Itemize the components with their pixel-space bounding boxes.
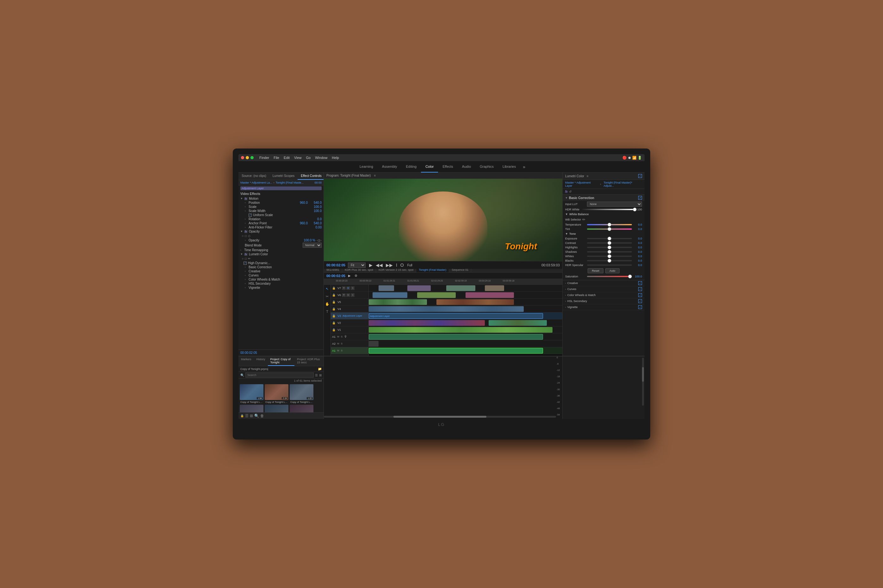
anti-flicker-value[interactable]: 0.00	[309, 226, 322, 229]
position-y[interactable]: 540.0	[309, 201, 322, 204]
razor-tool[interactable]: ✂	[325, 294, 330, 299]
eyedropper-icon[interactable]: ✏	[582, 218, 585, 222]
timeline-tracks[interactable]: Adjustment Layer	[369, 285, 562, 356]
timeline-ruler[interactable]: 00:00:29:23 00:00:59:22 01:01:29:21 01:0…	[324, 279, 562, 285]
wheels-section-check[interactable]: ✓	[638, 293, 642, 297]
rotation-row[interactable]: › Rotation 0.0	[238, 217, 323, 221]
thumb-item-1[interactable]: 1:04 Copy of Tonight Linked...	[240, 384, 263, 404]
creative-section-check[interactable]: ✓	[638, 281, 642, 285]
menu-view[interactable]: View	[294, 156, 302, 159]
clip-v2-1[interactable]	[369, 320, 485, 326]
clip-v6-2[interactable]	[417, 292, 456, 298]
opacity-value-row[interactable]: › Opacity 100.0 % ◁▷	[238, 238, 323, 242]
opacity-value[interactable]: 100.0 %	[303, 238, 315, 242]
program-close-icon[interactable]: ≡	[374, 174, 376, 177]
delete-btn[interactable]: 🗑	[260, 414, 264, 418]
opacity-section-row[interactable]: ▼ fx Opacity	[238, 230, 323, 234]
input-lut-select[interactable]: None	[587, 202, 642, 207]
uniform-scale-checkbox[interactable]: ✓	[248, 214, 252, 217]
timeline-scrollbar-thumb[interactable]	[393, 416, 486, 418]
basic-correction-sub-row[interactable]: › Basic Correction	[238, 265, 323, 269]
creative-row[interactable]: › Creative	[238, 269, 323, 273]
scale-row[interactable]: › Scale 100.0	[238, 205, 323, 209]
master-layer-selector[interactable]: Master * Adjustment Layer	[565, 181, 598, 188]
menu-go[interactable]: Go	[306, 156, 311, 159]
grid-view-icon[interactable]: ⊞	[319, 374, 322, 377]
rotation-value[interactable]: 0.0	[309, 218, 322, 221]
lumetri-menu-icon[interactable]: ≡	[587, 174, 588, 178]
wheels-expand[interactable]: ›	[245, 278, 247, 281]
contrast-slider[interactable]	[587, 242, 632, 244]
a3-M-icon[interactable]: M	[337, 349, 339, 352]
clip-v7-2[interactable]	[407, 285, 430, 291]
scale-width-value[interactable]: 100.0	[309, 209, 322, 213]
motion-expand[interactable]: ▼	[241, 197, 243, 200]
position-row[interactable]: › Position 960.0 540.0	[238, 201, 323, 205]
auto-button[interactable]: Auto	[605, 268, 620, 273]
tab-markers[interactable]: Markers	[238, 356, 254, 366]
next-frame-button[interactable]: ▶▶	[385, 262, 394, 268]
scale-value[interactable]: 100.0	[309, 205, 322, 208]
workspace-more[interactable]: »	[520, 164, 528, 170]
time-remap-expand[interactable]: ›	[241, 249, 243, 252]
high-dynamic-checkbox[interactable]: ✓	[244, 262, 247, 265]
curves-row[interactable]: › Curves	[238, 273, 323, 278]
tab-project-copy[interactable]: Project: Copy of Tonight	[268, 356, 295, 366]
anchor-y[interactable]: 540.0	[309, 222, 322, 225]
lumetri-toggle[interactable]: ✓	[638, 174, 642, 178]
tab-color[interactable]: Color	[421, 161, 438, 172]
timeline-settings-btn[interactable]: ⚙	[354, 274, 358, 278]
hsl-section-check[interactable]: ✓	[638, 299, 642, 303]
a1-S-icon[interactable]: S	[341, 335, 343, 338]
hdr-spec-slider[interactable]	[587, 264, 632, 266]
curves-section-check[interactable]: ✓	[638, 287, 642, 291]
vignette-section-row[interactable]: › Vignette ✓	[563, 304, 645, 310]
list-view-icon[interactable]: ☰	[315, 374, 318, 377]
a3-S-icon[interactable]: S	[341, 349, 343, 352]
menu-window[interactable]: Window	[315, 156, 327, 159]
thumb-item-2[interactable]: 2:19 Copy of Tonight Linked...	[265, 384, 289, 404]
clip-v4-1[interactable]	[369, 306, 524, 312]
clip-v6-3[interactable]	[466, 292, 514, 298]
fit-select[interactable]: Fit 25% 50% 100%	[348, 262, 366, 268]
sync-v6-icon[interactable]: S	[351, 293, 355, 297]
text-tool[interactable]: T	[325, 309, 330, 314]
curves-section-row[interactable]: › Curves ✓	[563, 286, 645, 292]
reset-button[interactable]: Reset	[588, 268, 603, 273]
clip-v2-2[interactable]	[489, 320, 547, 326]
clip-v7-4[interactable]	[485, 285, 504, 291]
tab-lumetri-scopes[interactable]: Lumetri Scopes	[269, 172, 298, 180]
mute-v6-icon[interactable]: M	[346, 293, 350, 297]
eye-v6-icon[interactable]: 👁	[342, 293, 346, 297]
prev-frame-button[interactable]: ◀◀	[375, 262, 384, 268]
creative-section-row[interactable]: › Creative ✓	[563, 280, 645, 286]
a2-S-icon[interactable]: S	[341, 342, 343, 345]
tab-effect-controls[interactable]: Effect Controls	[298, 172, 324, 180]
exposure-slider[interactable]	[587, 238, 632, 239]
timeline-play-btn[interactable]: ▶	[347, 274, 352, 278]
right-scrollbar-thumb[interactable]	[642, 367, 644, 382]
menu-edit[interactable]: Edit	[284, 156, 290, 159]
anchor-x[interactable]: 960.0	[295, 222, 308, 225]
reset-lumetri-icon[interactable]: ↺	[569, 190, 572, 194]
hsl-expand[interactable]: ›	[245, 282, 247, 285]
tab-assembly[interactable]: Assembly	[378, 161, 402, 172]
clip-v5-2[interactable]	[436, 299, 514, 305]
clip-selector[interactable]: Tonight (Final Master)* Adjust...	[604, 181, 642, 188]
thumb-item-4[interactable]: 1:10 Copy of Tonight Linked...	[240, 405, 263, 412]
thumb-item-3[interactable]: 1:22 Copy of Tonight Linked...	[290, 384, 313, 404]
hsl-secondary-row[interactable]: › HSL Secondary	[238, 282, 323, 286]
time-remapping-row[interactable]: › Time Remapping	[238, 248, 323, 252]
new-item-btn[interactable]: ⊞	[250, 414, 253, 418]
thumb-item-6[interactable]: 0:19 Copy of Tonight Linked...	[290, 405, 313, 412]
temperature-slider[interactable]	[587, 224, 632, 225]
clip-a3-1[interactable]	[369, 348, 543, 354]
basic-correction-header[interactable]: ▼ Basic Correction ✓	[563, 195, 645, 201]
clip-v6-1[interactable]	[373, 292, 407, 298]
tab-source[interactable]: Source: (no clips)	[238, 172, 269, 180]
tab-effects[interactable]: Effects	[438, 161, 457, 172]
clip-a2-1[interactable]	[369, 341, 379, 346]
tab-editing[interactable]: Editing	[401, 161, 421, 172]
saturation-slider[interactable]	[587, 276, 632, 277]
sync-v7-icon[interactable]: S	[351, 286, 355, 290]
